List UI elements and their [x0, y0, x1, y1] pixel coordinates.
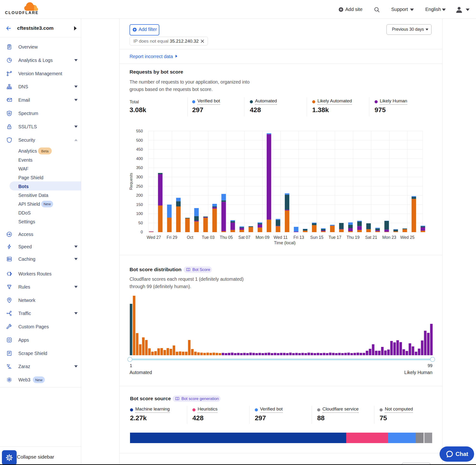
- svg-text:250: 250: [136, 184, 143, 189]
- svg-text:Sat 07: Sat 07: [238, 235, 251, 240]
- svg-text:200: 200: [136, 193, 143, 198]
- svg-text:500: 500: [136, 138, 143, 143]
- svg-text:450: 450: [136, 147, 143, 152]
- svg-text:Requests: Requests: [129, 173, 133, 190]
- svg-text:Wed 25: Wed 25: [400, 235, 414, 240]
- svg-text:350: 350: [136, 166, 143, 170]
- svg-text:300: 300: [136, 175, 143, 179]
- svg-text:Sun 15: Sun 15: [310, 235, 323, 240]
- svg-text:0: 0: [141, 230, 143, 234]
- svg-text:Tue 03: Tue 03: [202, 235, 214, 240]
- svg-text:150: 150: [136, 202, 143, 207]
- svg-text:50: 50: [138, 221, 143, 225]
- svg-text:Time (local): Time (local): [274, 241, 296, 245]
- svg-text:Fri 29: Fri 29: [167, 235, 177, 240]
- svg-text:Thu 19: Thu 19: [347, 235, 359, 240]
- svg-text:Mon 09: Mon 09: [255, 235, 269, 240]
- svg-text:550: 550: [136, 129, 143, 133]
- svg-text:100: 100: [136, 211, 143, 216]
- svg-text:Tue 17: Tue 17: [328, 235, 341, 240]
- svg-text:Wed 27: Wed 27: [147, 235, 161, 240]
- svg-text:Fri 13: Fri 13: [293, 235, 304, 240]
- svg-text:Oct: Oct: [187, 235, 193, 240]
- svg-text:Thu 05: Thu 05: [220, 235, 233, 240]
- svg-text:400: 400: [136, 157, 143, 161]
- svg-text:Sat 21: Sat 21: [365, 235, 377, 240]
- svg-text:Mon 23: Mon 23: [382, 235, 396, 240]
- svg-text:Wed 11: Wed 11: [274, 235, 288, 240]
